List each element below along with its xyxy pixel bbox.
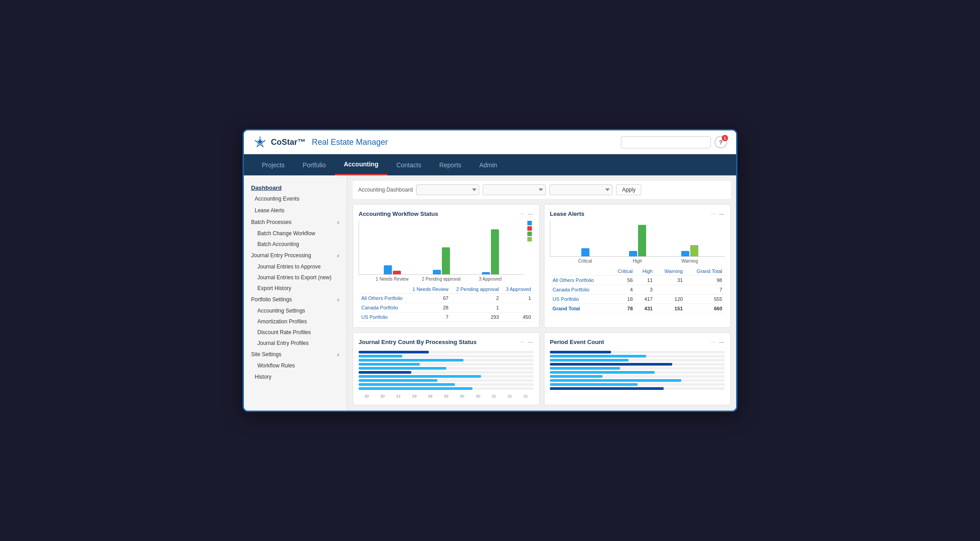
sidebar-item-journal-entries-approve[interactable]: Journal Entries to Approve — [244, 261, 347, 272]
sidebar-item-journal-entry-processing[interactable]: Journal Entry Processing ∧ — [244, 250, 347, 261]
browser-window: CoStar™ Real Estate Manager ? 1 Projects… — [243, 129, 737, 412]
pe-hbar-row-3 — [550, 359, 725, 362]
sidebar-dashboard-link[interactable]: Dashboard — [244, 181, 347, 193]
widget-collapse-icon-4[interactable]: — — [718, 338, 725, 345]
la-cell-c1-2: 4 — [609, 285, 635, 295]
table-row: Canada Portfolio 28 1 — [359, 303, 534, 313]
sidebar-item-batch-change-workflow[interactable]: Batch Change Workflow — [244, 228, 347, 239]
sidebar-item-history[interactable]: History — [244, 371, 347, 383]
widget-menu-icon-2[interactable]: ··· — [710, 210, 716, 217]
widget-menu-icon-3[interactable]: ··· — [519, 338, 525, 345]
la-chart-label-1: Critical — [559, 259, 611, 264]
nav-item-portfolio[interactable]: Portfolio — [294, 155, 335, 175]
sidebar-item-journal-entry-profiles[interactable]: Journal Entry Profiles — [244, 338, 347, 349]
pe-hbar-row-10 — [550, 387, 725, 390]
widget-collapse-icon-2[interactable]: — — [718, 210, 725, 217]
pe-hbar-track-5 — [550, 367, 725, 370]
la-cell-c2-1: 11 — [635, 276, 655, 285]
pe-hbar-row-7 — [550, 375, 725, 378]
x-label-6: 30 — [444, 394, 448, 398]
sidebar-item-batch-accounting[interactable]: Batch Accounting — [244, 239, 347, 250]
la-cell-c2-4: 431 — [635, 304, 655, 313]
portfolio-link-1[interactable]: All Others Portfolio — [359, 294, 408, 303]
x-label-9: 31 — [492, 394, 496, 398]
hbar-row-5 — [359, 367, 534, 370]
hbar-track-5 — [359, 367, 534, 370]
la-cell-c1-3: 18 — [609, 295, 635, 304]
la-portfolio-link-3[interactable]: US Portfolio — [550, 295, 609, 304]
search-input[interactable] — [621, 136, 711, 148]
la-portfolio-grand-total[interactable]: Grand Total — [550, 304, 609, 313]
sidebar-item-journal-entries-export[interactable]: Journal Entries to Export (new) — [244, 272, 347, 283]
workflow-bar-chart — [359, 221, 524, 275]
sidebar-item-export-history[interactable]: Export History — [244, 283, 347, 294]
sidebar-item-site-settings[interactable]: Site Settings ∧ — [244, 349, 347, 360]
journal-count-widget-title: Journal Entry Count By Processing Status — [359, 339, 477, 345]
cell-v2-1: 2 — [451, 294, 502, 303]
nav-item-admin[interactable]: Admin — [470, 155, 506, 175]
notification-badge: 1 — [722, 135, 728, 141]
legend-item-2 — [527, 226, 534, 231]
hbar-track — [359, 351, 534, 353]
pe-hbar-row-5 — [550, 367, 725, 370]
nav-item-projects[interactable]: Projects — [253, 155, 294, 175]
sidebar-item-amortization-profiles[interactable]: Amortization Profiles — [244, 316, 347, 327]
pe-hbar-row-6 — [550, 371, 725, 374]
sidebar-item-accounting-settings[interactable]: Accounting Settings — [244, 305, 347, 316]
widget-collapse-icon[interactable]: — — [527, 210, 534, 217]
cell-v1-1: 67 — [408, 294, 451, 303]
sidebar-item-discount-rate-profiles[interactable]: Discount Rate Profiles — [244, 327, 347, 338]
sidebar-item-portfolio-settings[interactable]: Portfolio Settings ∧ — [244, 294, 347, 305]
portfolio-link-2[interactable]: Canada Portfolio — [359, 303, 408, 313]
dashboard-grid: Accounting Workflow Status ··· — — [353, 204, 731, 405]
period-event-chart — [550, 349, 725, 395]
legend-dot-light-green — [527, 237, 532, 241]
x-label-2: 30 — [380, 394, 385, 398]
period-event-widget: Period Event Count ··· — — [544, 332, 731, 405]
pe-hbar-track-2 — [550, 355, 725, 358]
bar-red-1 — [393, 271, 401, 274]
app-title: Real Estate Manager — [312, 138, 388, 147]
main-nav: Projects Portfolio Accounting Contacts R… — [244, 154, 736, 175]
x-label-3: 21 — [396, 394, 400, 398]
hbar-row-6 — [359, 371, 534, 374]
la-portfolio-link-1[interactable]: All Others Portfolio — [550, 276, 609, 285]
table-row: US Portfolio 7 293 450 — [359, 313, 534, 322]
nav-item-contacts[interactable]: Contacts — [387, 155, 430, 175]
la-cell-c1-1: 56 — [609, 276, 635, 285]
widget-header-workflow: Accounting Workflow Status ··· — — [359, 210, 534, 217]
cell-v1-3: 7 — [408, 313, 451, 322]
la-cell-total-1: 98 — [685, 276, 725, 285]
apply-button[interactable]: Apply — [616, 184, 641, 195]
widget-menu-icon[interactable]: ··· — [519, 210, 525, 217]
la-portfolio-link-2[interactable]: Canada Portfolio — [550, 285, 609, 295]
la-bar-green-2 — [638, 225, 646, 256]
portfolio-link-3[interactable]: US Portfolio — [359, 313, 408, 322]
widget-header-period: Period Event Count ··· — — [550, 338, 725, 345]
journal-count-widget: Journal Entry Count By Processing Status… — [353, 332, 539, 405]
la-cell-c3-1: 31 — [655, 276, 685, 285]
widget-collapse-icon-3[interactable]: — — [527, 338, 534, 345]
sidebar-item-batch-processes[interactable]: Batch Processes ∧ — [244, 216, 347, 228]
bar-blue-3 — [482, 272, 490, 274]
pe-hbar-track-9 — [550, 383, 725, 386]
dashboard-select-2[interactable] — [483, 184, 546, 195]
sidebar-item-workflow-rules[interactable]: Workflow Rules — [244, 360, 347, 371]
pe-hbar-track-8 — [550, 379, 725, 382]
widget-menu-icon-4[interactable]: ··· — [710, 338, 716, 345]
x-label-4: 29 — [412, 394, 417, 398]
pe-hbar-row-9 — [550, 383, 725, 386]
bar-blue-1 — [384, 265, 392, 274]
cell-v2-3: 293 — [451, 313, 502, 322]
cell-v3-2 — [502, 303, 534, 313]
hbar-track-6 — [359, 371, 534, 374]
nav-item-reports[interactable]: Reports — [430, 155, 470, 175]
la-chart-label-2: High — [611, 259, 663, 264]
nav-item-accounting[interactable]: Accounting — [335, 154, 387, 175]
dashboard-select-1[interactable] — [416, 184, 479, 195]
la-bar-group-1 — [559, 248, 611, 256]
help-button[interactable]: ? 1 — [715, 136, 727, 148]
sidebar-item-lease-alerts[interactable]: Lease Alerts — [244, 205, 347, 216]
dashboard-select-3[interactable] — [549, 184, 612, 195]
sidebar-item-accounting-events[interactable]: Accounting Events — [244, 193, 347, 205]
